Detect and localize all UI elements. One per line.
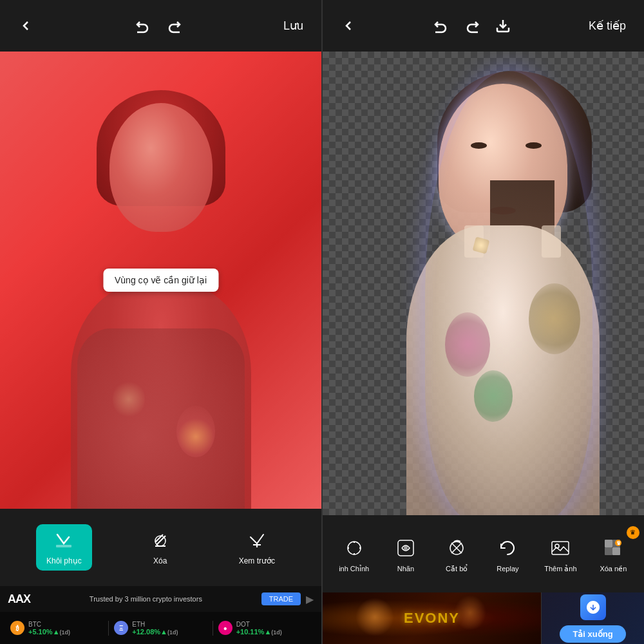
adjust-icon: [341, 535, 367, 561]
preview-label: Xem trước: [239, 556, 275, 565]
cutout-label: Cắt bổ: [446, 565, 468, 573]
tool-replay[interactable]: Replay: [487, 531, 529, 576]
crown-badge: ♛: [627, 526, 639, 539]
right-redo-button[interactable]: [459, 13, 485, 39]
ad-header: AAX Trusted by 3 million crypto investor…: [0, 586, 321, 612]
ad-tagline: Trusted by 3 million crypto investors: [35, 595, 256, 603]
ad-logo: AAX: [8, 592, 30, 606]
btc-change: +5.10%▲(1d): [28, 628, 70, 636]
tool-removebg[interactable]: ♛ ♛ Xóa nền: [592, 531, 634, 577]
game-title: EVONY: [404, 610, 460, 627]
svg-rect-18: [612, 547, 620, 555]
eth-name: ETH: [132, 621, 178, 628]
trade-button[interactable]: TRADE: [261, 592, 301, 605]
left-panel: Lưu Vùng cọ vẽ cần giữ lại: [0, 0, 321, 644]
tool-preview[interactable]: Xem trước: [229, 524, 285, 571]
cutout-icon: [444, 535, 469, 561]
svg-rect-13: [552, 542, 569, 554]
svg-point-5: [348, 542, 361, 554]
tool-cutout[interactable]: Cắt bổ: [436, 531, 478, 577]
addphoto-label: Thêm ảnh: [544, 565, 576, 573]
right-ad-banner: EVONY Tải xuống: [323, 592, 644, 644]
download-app-icon: [580, 594, 606, 620]
adjust-label: inh Chỉnh: [339, 565, 369, 573]
svg-rect-15: [605, 540, 612, 547]
right-canvas: [323, 52, 644, 515]
dot-name: DOT: [236, 621, 282, 628]
btc-ticker[interactable]: ₿ BTC +5.10%▲(1d): [5, 621, 109, 636]
svg-point-11: [404, 546, 408, 550]
sticker-label: Nhãn: [397, 565, 414, 573]
eth-icon: Ξ: [114, 621, 128, 635]
left-canvas: Vùng cọ vẽ cần giữ lại: [0, 52, 321, 509]
download-ad: Tải xuống: [541, 592, 644, 644]
btc-info: BTC +5.10%▲(1d): [28, 621, 70, 636]
replay-label: Replay: [497, 565, 518, 573]
replay-icon: [495, 535, 520, 561]
right-download-button[interactable]: [490, 13, 516, 39]
right-undo-button[interactable]: [428, 13, 454, 39]
left-ad-banner: AAX Trusted by 3 million crypto investor…: [0, 586, 321, 644]
next-button[interactable]: Kế tiếp: [583, 14, 631, 38]
right-toolbar: inh Chỉnh Nhãn Cắt bổ: [323, 515, 644, 592]
addphoto-icon: [547, 535, 573, 561]
dot-ticker[interactable]: ● DOT +10.11%▲(1d): [213, 621, 316, 636]
left-undo-button[interactable]: [130, 13, 156, 39]
tooltip-keep-area: Vùng cọ vẽ cần giữ lại: [103, 269, 218, 292]
body-right: [406, 225, 600, 515]
removebg-icon: ♛: [600, 535, 626, 561]
save-button[interactable]: Lưu: [278, 14, 308, 38]
dot-icon: ●: [218, 621, 232, 635]
svg-text:♛: ♛: [616, 540, 621, 546]
right-header-actions: [428, 13, 516, 39]
game-ad[interactable]: EVONY: [323, 592, 541, 644]
game-ad-content: EVONY: [323, 592, 541, 644]
dot-change: +10.11%▲(1d): [236, 628, 282, 636]
btc-icon: ₿: [10, 621, 24, 635]
preview-icon: [245, 529, 269, 553]
right-back-button[interactable]: [336, 13, 361, 39]
download-button[interactable]: Tải xuống: [560, 625, 625, 643]
left-header-actions: [130, 13, 187, 39]
ad-arrow-icon[interactable]: ▶: [306, 593, 314, 605]
removebg-label: Xóa nền: [600, 565, 627, 573]
right-header: Kế tiếp: [323, 0, 644, 52]
left-back-button[interactable]: [13, 13, 39, 39]
tool-restore[interactable]: Khôi phục: [36, 524, 92, 571]
restore-icon: [52, 529, 75, 553]
btc-name: BTC: [28, 621, 70, 628]
left-redo-button[interactable]: [161, 13, 187, 39]
eth-info: ETH +12.08%▲(1d): [132, 621, 178, 636]
tool-erase[interactable]: Xóa: [138, 524, 182, 571]
tool-addphoto[interactable]: Thêm ảnh: [538, 531, 583, 577]
tool-sticker[interactable]: Nhãn: [384, 531, 426, 576]
svg-rect-0: [56, 545, 71, 547]
left-toolbar: Khôi phục Xóa Xem trước: [0, 509, 321, 586]
face-shape-left: [109, 103, 213, 232]
eth-change: +12.08%▲(1d): [132, 628, 178, 636]
dot-info: DOT +10.11%▲(1d): [236, 621, 282, 636]
cutout-portrait: [323, 52, 644, 515]
left-header: Lưu: [0, 0, 321, 52]
svg-rect-17: [605, 547, 612, 555]
erase-label: Xóa: [153, 556, 167, 565]
eth-ticker[interactable]: Ξ ETH +12.08%▲(1d): [109, 621, 213, 636]
tool-adjust[interactable]: inh Chỉnh: [332, 531, 375, 577]
sticker-icon: [393, 535, 419, 561]
restore-label: Khôi phục: [46, 556, 82, 565]
crypto-tickers: ₿ BTC +5.10%▲(1d) Ξ ETH +12.08%▲(1d): [0, 612, 321, 644]
erase-icon: [149, 529, 172, 553]
right-panel: Kế tiếp: [323, 0, 644, 644]
